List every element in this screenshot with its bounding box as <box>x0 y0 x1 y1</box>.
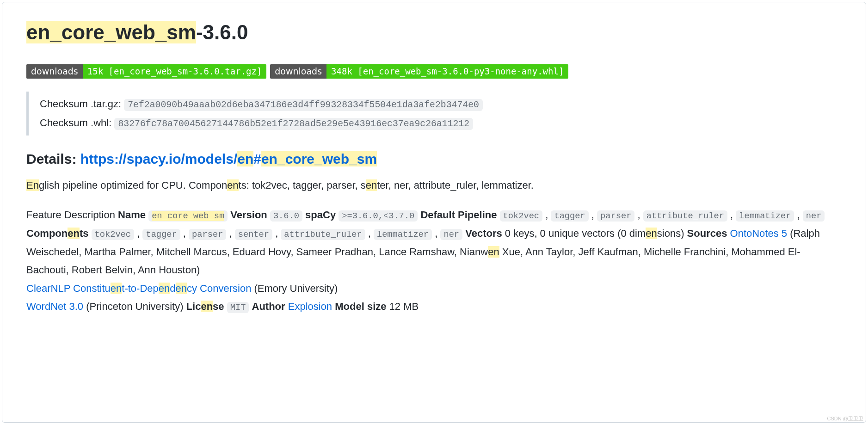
checksum-targz-label: Checksum .tar.gz: <box>40 98 121 110</box>
badges-row: downloads 15k [en_core_web_sm-3.6.0.tar.… <box>26 64 842 79</box>
details-link[interactable]: https://spacy.io/models/en#en_core_web_s… <box>80 151 377 166</box>
features-block: Feature Description Name en_core_web_sm … <box>26 206 842 316</box>
checksum-whl-label: Checksum .whl: <box>40 117 111 129</box>
checksum-targz-value: 7ef2a0090b49aaab02d6eba347186e3d4ff99328… <box>124 99 483 111</box>
version-value: 3.6.0 <box>270 210 302 222</box>
page-title: en_core_web_sm-3.6.0 <box>26 17 842 51</box>
wordnet-link[interactable]: WordNet 3.0 <box>26 301 83 312</box>
watermark: CSDN @卫卫卫 <box>827 415 863 423</box>
clearnlp-link[interactable]: ClearNLP Constituent-to-Dependency Conve… <box>26 283 251 294</box>
downloads-badge-whl[interactable]: downloads 348k [en_core_web_sm-3.6.0-py3… <box>270 64 568 79</box>
checksums-block: Checksum .tar.gz: 7ef2a0090b49aaab02d6eb… <box>26 92 842 136</box>
ontonotes-link[interactable]: OntoNotes 5 <box>730 228 788 239</box>
details-heading: Details: https://spacy.io/models/en#en_c… <box>26 148 842 169</box>
description: English pipeline optimized for CPU. Comp… <box>26 178 842 193</box>
downloads-badge-targz[interactable]: downloads 15k [en_core_web_sm-3.6.0.tar.… <box>26 64 266 79</box>
license-value: MIT <box>227 302 249 313</box>
checksum-whl-value: 83276fc78a70045627144786b52e1f2728ad5e29… <box>114 118 473 130</box>
spacy-value: >=3.6.0,<3.7.0 <box>339 210 418 222</box>
name-value: en_core_web_sm <box>148 210 228 222</box>
author-link[interactable]: Explosion <box>288 301 332 312</box>
